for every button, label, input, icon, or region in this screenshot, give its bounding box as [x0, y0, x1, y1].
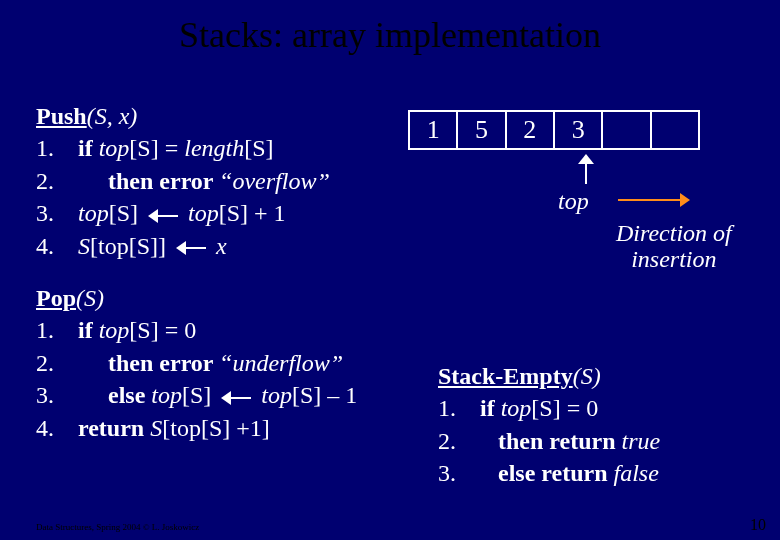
top-pointer-label: top	[558, 188, 589, 215]
array-cell: 5	[458, 112, 506, 148]
pop-name: Pop	[36, 285, 76, 311]
push-name: Push	[36, 103, 87, 129]
array-cell	[603, 112, 651, 148]
array-cell: 3	[555, 112, 603, 148]
page-number: 10	[750, 516, 766, 534]
arrow-left-icon	[221, 391, 251, 405]
footer-text: Data Structures, Spring 2004 © L. Joskow…	[36, 522, 199, 532]
array-diagram: 1 5 2 3 top Direction of insertion	[408, 110, 748, 150]
direction-label: Direction of insertion	[616, 220, 732, 273]
stack-array: 1 5 2 3	[408, 110, 700, 150]
array-cell: 2	[507, 112, 555, 148]
stack-empty-algorithm: Stack-Empty(S) 1. if top[S] = 0 2. then …	[438, 360, 660, 490]
arrow-right-icon	[618, 193, 690, 207]
array-cell: 1	[410, 112, 458, 148]
arrow-left-icon	[176, 241, 206, 255]
stack-empty-name: Stack-Empty	[438, 363, 573, 389]
array-cell	[652, 112, 698, 148]
slide-title: Stacks: array implementation	[0, 0, 780, 66]
arrow-up-icon	[576, 154, 596, 184]
arrow-left-icon	[148, 209, 178, 223]
